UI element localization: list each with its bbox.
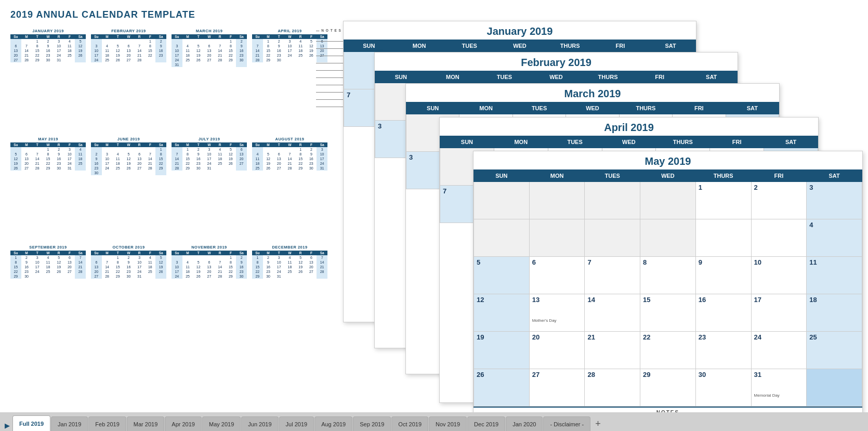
small-cal-oct: OCTOBER 2019SuMTWRFSa1234567891011121314…: [91, 245, 166, 349]
may-row-4: 19 20 21 22 23 24 25: [474, 332, 862, 369]
tab-nov2019[interactable]: Nov 2019: [429, 416, 467, 431]
notes-line-1: [316, 34, 345, 42]
may-col-sun: SUN: [474, 170, 530, 182]
tab-may2019[interactable]: May 2019: [202, 416, 241, 431]
small-cal-feb: FEBRUARY 2019SuMTWRFSa123456789101112131…: [91, 29, 166, 133]
may-col-wed: WED: [640, 170, 696, 182]
notes-line-7: [316, 78, 345, 85]
small-cal-title-jun: JUNE 2019: [91, 137, 166, 141]
tab-mar2019[interactable]: Mar 2019: [127, 416, 164, 431]
may-title: May 2019: [474, 151, 862, 169]
large-cal-may: May 2019 SUN MON TUES WED THURS FRI SAT: [473, 151, 863, 412]
small-cal-title-nov: NOVEMBER 2019: [172, 245, 247, 250]
small-cal-aug: AUGUST 2019SuMTWRFSa12345678910111213141…: [252, 137, 327, 241]
notes-line-10: [316, 100, 345, 107]
may-col-fri: FRI: [751, 170, 807, 182]
may-col-sat: SAT: [807, 170, 862, 182]
apr-title: April 2019: [440, 117, 818, 136]
notes-line-4: [316, 56, 345, 63]
tab-full2019[interactable]: Full 2019: [12, 415, 50, 431]
small-cal-jun: JUNE 2019SuMTWRFSa1234567891011121314151…: [91, 137, 166, 241]
tab-oct2019[interactable]: Oct 2019: [391, 416, 428, 431]
notes-mini-section: — N O T E S: [316, 29, 345, 107]
tab-jan2020[interactable]: Jan 2020: [506, 416, 543, 431]
notes-line-9: [316, 93, 345, 100]
small-cal-title-oct: OCTOBER 2019: [91, 245, 166, 250]
small-cal-sep: SEPTEMBER 2019SuMTWRFSa12345678910111213…: [10, 245, 86, 349]
small-cal-mar: MARCH 2019SuMTWRFSa123456789101112131415…: [172, 29, 247, 133]
may-row-5: 26 27 28 29 30 31Memorial Day: [474, 369, 862, 407]
may-notes-label: - NOTES -: [474, 407, 862, 412]
tab-jul2019[interactable]: Jul 2019: [279, 416, 314, 431]
tab-nav-left[interactable]: ▶: [3, 422, 12, 429]
may-col-tue: TUES: [585, 170, 640, 182]
mar-title: March 2019: [406, 84, 779, 102]
tab-disclaimer[interactable]: - Disclaimer -: [543, 416, 590, 431]
small-cal-jan: JANUARY 2019SuMTWRFSa1234567891011121314…: [10, 29, 86, 133]
main-content: 2019 ANNUAL CALENDAR TEMPLATE JANUARY 20…: [0, 0, 868, 412]
tab-aug2019[interactable]: Aug 2019: [314, 416, 352, 431]
notes-line-6: [316, 71, 345, 78]
tab-feb2019[interactable]: Feb 2019: [88, 416, 126, 431]
tab-jun2019[interactable]: Jun 2019: [241, 416, 278, 431]
small-cal-title-sep: SEPTEMBER 2019: [10, 245, 86, 250]
tab-container: Full 2019Jan 2019Feb 2019Mar 2019Apr 201…: [12, 415, 605, 431]
notes-line-3: [316, 49, 345, 56]
small-cal-title-may: MAY 2019: [10, 137, 86, 141]
notes-line-8: [316, 85, 345, 93]
page-title: 2019 ANNUAL CALENDAR TEMPLATE: [10, 9, 858, 20]
tab-jan2019[interactable]: Jan 2019: [51, 416, 88, 431]
small-cal-title-feb: FEBRUARY 2019: [91, 29, 166, 33]
small-calendars-grid: JANUARY 2019SuMTWRFSa1234567891011121314…: [10, 29, 327, 349]
tab-apr2019[interactable]: Apr 2019: [165, 416, 202, 431]
may-row-1: 1 2 3: [474, 182, 862, 219]
small-cal-title-jul: JULY 2019: [172, 137, 247, 141]
notes-line-2: [316, 42, 345, 49]
may-col-thu: THURS: [695, 170, 751, 182]
small-cal-nov: NOVEMBER 2019SuMTWRFSa123456789101112131…: [172, 245, 247, 349]
jan-title: January 2019: [344, 21, 696, 40]
notes-line-5: [316, 63, 345, 71]
may-row-1b: 4: [474, 219, 862, 257]
small-cal-title-aug: AUGUST 2019: [252, 137, 327, 141]
small-cal-may: MAY 2019SuMTWRFSa12345678910111213141516…: [10, 137, 86, 241]
may-header: SUN MON TUES WED THURS FRI SAT: [474, 170, 862, 182]
small-cal-title-jan: JANUARY 2019: [10, 29, 86, 33]
tab-sep2019[interactable]: Sep 2019: [353, 416, 391, 431]
notes-mini-title: — N O T E S: [316, 29, 345, 32]
feb-title: February 2019: [375, 53, 738, 71]
small-cal-dec: DECEMBER 2019SuMTWRFSa123456789101112131…: [252, 245, 327, 349]
tab-dec2019[interactable]: Dec 2019: [467, 416, 505, 431]
small-cal-jul: JULY 2019SuMTWRFSa1234567891011121314151…: [172, 137, 247, 241]
small-cal-title-dec: DECEMBER 2019: [252, 245, 327, 250]
add-sheet-button[interactable]: +: [591, 419, 605, 429]
may-table: SUN MON TUES WED THURS FRI SAT: [474, 169, 862, 407]
small-cal-title-mar: MARCH 2019: [172, 29, 247, 33]
tab-bar: ▶ Full 2019Jan 2019Feb 2019Mar 2019Apr 2…: [0, 412, 868, 431]
may-row-2: 5 6 7 8 9 10 11: [474, 257, 862, 294]
may-row-3: 12 13Mother's Day 14 15 16 17 18: [474, 294, 862, 332]
may-col-mon: MON: [529, 170, 585, 182]
